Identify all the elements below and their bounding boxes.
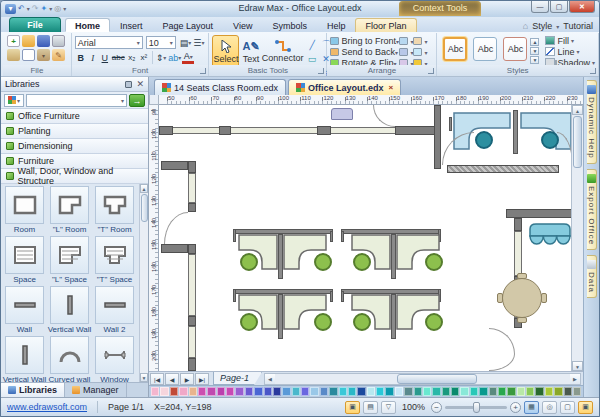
shape-thumbnail[interactable] (95, 186, 134, 224)
chair-green[interactable] (353, 253, 371, 271)
basic-tools-dialog-launcher-icon[interactable] (318, 68, 324, 74)
color-swatch[interactable] (545, 387, 553, 396)
minimize-button[interactable]: — (531, 1, 549, 13)
color-swatch[interactable] (273, 387, 281, 396)
tab-home[interactable]: Home (65, 18, 110, 32)
shape-thumbnail[interactable] (5, 236, 44, 274)
shape-t-room[interactable]: "T" Room (92, 186, 137, 234)
font-color-button[interactable]: A▾ (182, 51, 194, 64)
color-swatch[interactable] (507, 387, 515, 396)
italic-button[interactable]: I (87, 51, 99, 64)
partition[interactable] (330, 291, 333, 302)
bold-button[interactable]: B (75, 51, 87, 64)
panel-close-icon[interactable]: ✕ (136, 79, 144, 89)
last-page-icon[interactable]: ▶| (195, 373, 209, 385)
window-wall[interactable] (514, 231, 522, 276)
color-swatch[interactable] (432, 387, 440, 396)
shape-thumbnail[interactable] (95, 236, 134, 274)
pin-icon[interactable] (125, 81, 132, 88)
wall[interactable] (514, 218, 522, 231)
shape-l-room[interactable]: "L" Room (47, 186, 92, 234)
color-swatch[interactable] (282, 387, 290, 396)
style-caret-icon[interactable]: ▾ (556, 23, 559, 30)
close-tab-icon[interactable]: × (389, 83, 394, 92)
file-menu-button[interactable]: File (9, 17, 61, 32)
scroll-right-icon[interactable]: ▶ (570, 374, 580, 384)
color-swatch[interactable] (292, 387, 300, 396)
partition[interactable] (513, 110, 518, 154)
vertical-scrollbar-thumb[interactable] (573, 116, 582, 168)
new-document-icon[interactable]: + (7, 35, 20, 47)
library-menu-button[interactable]: ▾ (4, 94, 24, 107)
color-swatch[interactable] (517, 387, 525, 396)
category-office-furniture[interactable]: Office Furniture (1, 109, 148, 124)
window-wall[interactable] (188, 254, 196, 316)
underline-button[interactable]: U (99, 51, 111, 64)
partition[interactable] (341, 231, 344, 242)
dropdown-caret-icon[interactable]: ▾ (424, 49, 427, 56)
wall[interactable] (188, 161, 196, 173)
color-swatch[interactable] (198, 387, 206, 396)
highlight-button[interactable]: ab▾ (167, 51, 182, 64)
small-sofa[interactable] (331, 108, 353, 120)
qat-more-icon[interactable]: ▾ (63, 4, 66, 14)
window-wall[interactable] (328, 127, 398, 134)
wall[interactable] (188, 203, 196, 212)
window-wall[interactable] (188, 173, 196, 203)
tab-symbols[interactable]: Symbols (262, 18, 317, 32)
print-preview-button[interactable]: ▽ (381, 401, 396, 414)
wall[interactable] (188, 316, 196, 326)
fit-view-button[interactable]: ▤ (363, 401, 378, 414)
first-page-icon[interactable]: |◀ (150, 373, 164, 385)
shape-thumbnail[interactable] (50, 286, 89, 324)
panel-tab-manager[interactable]: Manager (65, 383, 127, 397)
color-swatch[interactable] (170, 387, 178, 396)
wall[interactable] (161, 161, 188, 170)
doc-tab-office-layout-edx[interactable]: Office Layout.edx× (288, 79, 401, 95)
scroll-up-icon[interactable]: ▲ (572, 105, 583, 115)
color-swatch[interactable] (479, 387, 487, 396)
paste-icon[interactable] (7, 49, 20, 61)
rectangle-shape-icon[interactable]: ▭ (306, 52, 319, 65)
color-swatch[interactable] (423, 387, 431, 396)
round-table[interactable] (499, 275, 545, 321)
horizontal-scrollbar-thumb[interactable] (397, 374, 477, 384)
color-swatch[interactable] (179, 387, 187, 396)
scroll-down-icon[interactable]: ▼ (572, 361, 583, 371)
library-go-button[interactable]: → (129, 94, 145, 107)
shape-curved-wall[interactable]: Curved wall (47, 336, 92, 382)
line-spacing-button[interactable]: ⇕▾ (155, 51, 168, 64)
wall[interactable] (434, 105, 441, 169)
shape-wall-2[interactable]: Wall 2 (92, 286, 137, 334)
chair-green[interactable] (425, 253, 443, 271)
distribute-icon[interactable] (399, 48, 408, 56)
shape-wall[interactable]: Wall (2, 286, 47, 334)
window-wall[interactable] (163, 127, 324, 134)
color-swatch[interactable] (254, 387, 262, 396)
panel-tab-libraries[interactable]: Libraries (1, 383, 65, 397)
whole-page-button[interactable]: ▢ (560, 401, 575, 414)
pan-zoom-button[interactable]: ▣ (578, 401, 593, 414)
color-swatch[interactable] (554, 387, 562, 396)
line-shape-icon[interactable]: ╱ (306, 38, 319, 51)
chair-green[interactable] (353, 313, 371, 331)
partition[interactable] (449, 117, 452, 131)
chair-green[interactable] (240, 253, 258, 271)
shape-thumbnail[interactable] (5, 286, 44, 324)
style-menu[interactable]: Style (532, 21, 552, 31)
partition[interactable] (233, 289, 236, 302)
chair-green[interactable] (314, 253, 332, 271)
font-size-select[interactable]: 10▾ (146, 36, 176, 49)
color-swatch[interactable] (460, 387, 468, 396)
redo-icon[interactable]: ↷ (32, 4, 39, 14)
scroll-up-icon[interactable]: ▲ (140, 184, 148, 193)
chair-teal[interactable] (475, 131, 493, 149)
color-swatch[interactable] (442, 387, 450, 396)
font-name-select[interactable]: Arial▾ (75, 36, 143, 49)
style-swatch-1[interactable]: Abc (443, 37, 467, 61)
styles-dialog-launcher-icon[interactable] (590, 68, 596, 74)
font-dialog-launcher-icon[interactable] (200, 68, 206, 74)
color-swatch[interactable] (395, 387, 403, 396)
dropdown-caret-icon[interactable]: ▾ (576, 48, 579, 55)
shape-l-space[interactable]: "L" Space (47, 236, 92, 284)
